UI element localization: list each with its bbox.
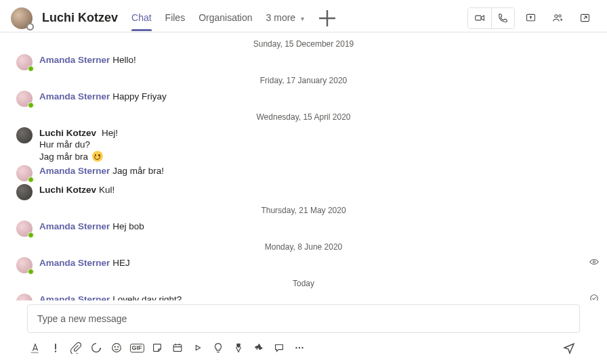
tab-more[interactable]: 3 more ▾ [261, 5, 310, 31]
sender-avatar[interactable] [16, 165, 33, 181]
date-separator: Wednesday, 15 April 2020 [0, 108, 607, 126]
share-screen-button[interactable] [519, 8, 542, 28]
date-separator: Today [0, 275, 607, 292]
message-text: Hur mår du? [39, 139, 591, 150]
call-button-group [467, 7, 515, 29]
sender-name-link[interactable]: Amanda Sterner [39, 294, 110, 300]
date-separator: Friday, 17 January 2020 [0, 72, 607, 89]
compose-area: Type a new message GIF [0, 300, 607, 364]
compose-toolbar: GIF [27, 333, 580, 357]
format-button[interactable] [28, 341, 42, 355]
presence-available-icon [28, 66, 34, 72]
message-text: Jag mår bra [39, 150, 591, 162]
gif-button[interactable]: GIF [130, 341, 144, 355]
sender-avatar[interactable] [16, 91, 33, 107]
send-button[interactable] [560, 338, 579, 357]
date-separator: Monday, 8 June 2020 [0, 238, 607, 256]
svg-point-8 [55, 350, 56, 352]
plus-icon [316, 7, 338, 29]
loop-button[interactable] [89, 341, 103, 355]
svg-point-11 [118, 346, 119, 347]
contact-avatar[interactable] [11, 7, 33, 29]
audio-call-button[interactable] [491, 8, 514, 28]
read-receipt-sent [589, 294, 599, 300]
stream-icon [192, 342, 204, 354]
presence-available-icon [28, 177, 34, 183]
approvals-button[interactable] [211, 341, 225, 355]
presence-available-icon [28, 102, 34, 108]
schedule-meeting-button[interactable] [171, 341, 184, 355]
video-call-button[interactable] [468, 8, 491, 28]
sender-avatar[interactable] [16, 294, 33, 300]
chevron-down-icon: ▾ [301, 15, 304, 22]
svg-point-13 [295, 347, 297, 348]
message-text: Lovely day right? [112, 294, 182, 300]
message-row: Amanda Sterner HEJ [0, 256, 607, 275]
message-row: Amanda Sterner Jag mår bra! [0, 164, 607, 183]
lightbulb-icon [212, 342, 224, 354]
message-text: Jag mår bra! [112, 166, 164, 176]
sender-name-link[interactable]: Amanda Sterner [39, 166, 110, 176]
svg-rect-7 [55, 344, 56, 350]
presence-offline-icon [26, 23, 34, 30]
attach-button[interactable] [69, 341, 83, 355]
message-row: Luchi Kotzev Hej! Hur mår du? Jag mår br… [0, 126, 607, 164]
exclamation-icon [49, 342, 62, 354]
tab-organisation[interactable]: Organisation [193, 5, 257, 31]
praise-button[interactable] [232, 341, 245, 355]
gif-icon: GIF [130, 344, 144, 352]
chat-bubble-icon [273, 342, 285, 354]
date-separator: Thursday, 21 May 2020 [0, 202, 607, 219]
share-screen-icon [525, 12, 537, 24]
emoji-button[interactable] [110, 341, 123, 355]
tab-chat[interactable]: Chat [126, 5, 157, 31]
people-add-icon [552, 12, 564, 24]
message-text: Kul! [99, 185, 114, 195]
chat-message-list[interactable]: Sunday, 15 December 2019 Amanda Sterner … [0, 32, 607, 300]
priority-button[interactable] [49, 341, 62, 355]
tab-bar: Chat Files Organisation 3 more ▾ [126, 5, 338, 31]
message-input[interactable]: Type a new message [27, 304, 580, 333]
sender-name-link[interactable]: Amanda Sterner [39, 91, 110, 101]
add-people-button[interactable] [546, 8, 569, 28]
sender-avatar[interactable] [16, 257, 33, 273]
date-separator: Sunday, 15 December 2019 [0, 35, 607, 53]
stream-button[interactable] [191, 341, 205, 355]
calendar-icon [171, 342, 184, 354]
sender-avatar[interactable] [16, 221, 33, 237]
add-tab-button[interactable] [316, 7, 338, 29]
tab-more-label: 3 more [266, 12, 296, 23]
sender-avatar[interactable] [16, 127, 33, 143]
svg-point-3 [558, 15, 560, 17]
sender-name-link[interactable]: Amanda Sterner [39, 55, 110, 65]
check-circle-icon [589, 294, 599, 300]
sender-avatar[interactable] [16, 54, 33, 70]
svg-point-2 [554, 15, 557, 18]
chat-header: Luchi Kotzev Chat Files Organisation 3 m… [0, 0, 607, 32]
messaging-extension-button[interactable] [272, 341, 286, 355]
sender-name-link[interactable]: Amanda Sterner [39, 258, 110, 268]
message-row: Amanda Sterner Hello! [0, 53, 607, 72]
message-input-placeholder: Type a new message [37, 313, 127, 324]
message-row: Luchi Kotzev Kul! [0, 183, 607, 202]
presence-available-icon [28, 269, 34, 275]
format-icon [29, 342, 41, 354]
sender-avatar[interactable] [16, 184, 33, 200]
svg-point-14 [299, 347, 300, 348]
popout-icon [579, 12, 591, 24]
tab-files[interactable]: Files [160, 5, 191, 31]
sender-name: Luchi Kotzev [39, 128, 96, 138]
message-row: Amanda Sterner Happy Friyay [0, 89, 607, 108]
more-actions-button[interactable] [293, 341, 306, 355]
sticker-button[interactable] [150, 341, 164, 355]
sender-name-link[interactable]: Amanda Sterner [39, 221, 110, 231]
smile-emoji-icon [92, 151, 103, 162]
popout-button[interactable] [573, 8, 596, 28]
apps-button[interactable] [252, 341, 266, 355]
header-actions [467, 7, 596, 29]
message-text: Happy Friyay [112, 91, 167, 101]
svg-point-10 [114, 346, 115, 347]
svg-rect-12 [173, 345, 182, 352]
message-row: Amanda Sterner Lovely day right? [0, 292, 607, 300]
message-text-fragment: Jag mår bra [39, 152, 91, 162]
